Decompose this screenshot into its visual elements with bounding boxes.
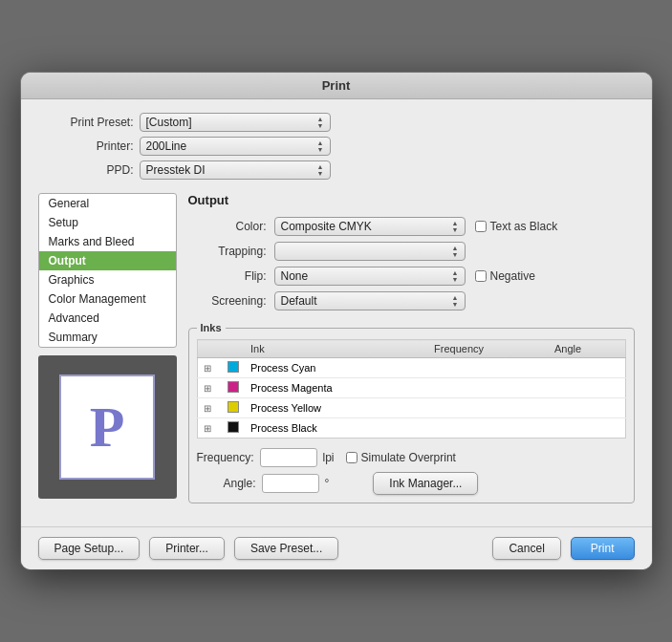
ink-row-icon-magenta: ⊞ [197, 378, 222, 398]
nav-graphics[interactable]: Graphics [39, 270, 176, 289]
screening-row: Screening: Default ▲▼ [188, 291, 635, 310]
simulate-overprint-checkbox[interactable] [346, 452, 358, 463]
negative-label[interactable]: Negative [475, 269, 535, 283]
text-as-black-text: Text as Black [490, 220, 558, 233]
ink-angle-yellow [549, 398, 625, 418]
ppd-row: PPD: Presstek DI ▲▼ [134, 160, 635, 180]
screening-label: Screening: [188, 294, 274, 308]
angle-unit: ° [325, 477, 330, 490]
frequency-label: Frequency: [197, 451, 254, 464]
text-as-black-checkbox[interactable] [475, 221, 487, 232]
nav-setup[interactable]: Setup [39, 213, 176, 232]
color-arrows: ▲▼ [452, 220, 459, 233]
ink-settings-icon-cyan: ⊞ [204, 363, 211, 374]
left-panel: General Setup Marks and Bleed Output Gra… [38, 193, 177, 513]
nav-output[interactable]: Output [39, 251, 176, 270]
frequency-unit: lpi [323, 451, 335, 464]
simulate-overprint-label[interactable]: Simulate Overprint [346, 451, 456, 464]
printer-select[interactable]: 200Line ▲▼ [140, 137, 331, 156]
screening-arrows: ▲▼ [452, 294, 459, 308]
col-angle: Angle [549, 340, 625, 358]
ppd-arrows: ▲▼ [317, 163, 324, 177]
ink-swatch-yellow [222, 398, 245, 418]
ppd-select[interactable]: Presstek DI ▲▼ [140, 160, 331, 180]
ink-freq-cyan [428, 358, 549, 378]
nav-marks-bleed[interactable]: Marks and Bleed [39, 232, 176, 251]
ink-row-magenta: ⊞ Process Magenta [197, 378, 625, 398]
top-fields: Print Preset: [Custom] ▲▼ Printer: 200Li… [38, 113, 635, 180]
ink-settings-icon-magenta: ⊞ [204, 383, 211, 394]
ink-name-cyan: Process Cyan [245, 358, 428, 378]
titlebar: Print [21, 73, 652, 99]
print-preset-label: Print Preset: [38, 116, 134, 129]
col-ink: Ink [245, 340, 428, 358]
ink-row-black: ⊞ Process Black [197, 418, 625, 439]
ink-freq-magenta [428, 378, 549, 398]
negative-text: Negative [490, 269, 535, 283]
nav-advanced[interactable]: Advanced [39, 309, 176, 328]
nav-summary[interactable]: Summary [39, 328, 176, 347]
nav-list: General Setup Marks and Bleed Output Gra… [38, 193, 177, 348]
ink-manager-button[interactable]: Ink Manager... [373, 472, 478, 495]
swatch-yellow [228, 401, 239, 413]
screening-select[interactable]: Default ▲▼ [274, 291, 466, 310]
trapping-select[interactable]: ▲▼ [274, 242, 466, 261]
ink-settings-icon-black: ⊞ [204, 423, 211, 434]
print-preset-arrows: ▲▼ [317, 116, 324, 129]
frequency-input[interactable] [260, 448, 317, 467]
ink-row-icon-yellow: ⊞ [197, 398, 222, 418]
print-button[interactable]: Print [571, 537, 635, 560]
ink-swatch-black [222, 418, 245, 439]
output-section-title: Output [188, 193, 635, 207]
inks-fieldset: Inks Ink Frequency Angle [188, 322, 635, 503]
screening-value: Default [281, 294, 317, 308]
ink-freq-black [428, 418, 549, 439]
flip-value: None [281, 269, 309, 283]
ink-freq-yellow [428, 398, 549, 418]
ink-swatch-cyan [222, 358, 245, 378]
col-swatch [222, 340, 245, 358]
trapping-row: Trapping: ▲▼ [188, 242, 635, 261]
text-as-black-label[interactable]: Text as Black [475, 220, 558, 233]
ink-table-header: Ink Frequency Angle [197, 340, 625, 358]
swatch-cyan [228, 361, 239, 373]
ink-row-cyan: ⊞ Process Cyan [197, 358, 625, 378]
page-setup-button[interactable]: Page Setup... [38, 537, 141, 560]
ppd-label: PPD: [38, 163, 134, 177]
ink-table: Ink Frequency Angle ⊞ Process Cyan [197, 339, 626, 439]
col-icon [197, 340, 222, 358]
printer-value: 200Line [146, 139, 187, 153]
inks-legend: Inks [197, 322, 226, 333]
save-preset-button[interactable]: Save Preset... [234, 537, 338, 560]
color-select[interactable]: Composite CMYK ▲▼ [274, 217, 466, 236]
ink-angle-black [549, 418, 625, 439]
angle-input[interactable] [262, 474, 319, 493]
color-value: Composite CMYK [281, 220, 372, 233]
trapping-arrows: ▲▼ [452, 245, 459, 258]
right-panel: Output Color: Composite CMYK ▲▼ [188, 193, 635, 513]
ppd-value: Presstek DI [146, 163, 206, 177]
swatch-magenta [228, 381, 239, 393]
negative-checkbox[interactable] [475, 270, 487, 282]
output-form-rows: Color: Composite CMYK ▲▼ Text as Black [188, 217, 635, 310]
nav-color-management[interactable]: Color Management [39, 289, 176, 309]
printer-button[interactable]: Printer... [149, 537, 225, 560]
cancel-button[interactable]: Cancel [492, 537, 560, 560]
print-preset-select[interactable]: [Custom] ▲▼ [140, 113, 331, 132]
flip-select[interactable]: None ▲▼ [274, 267, 466, 286]
print-preset-row: Print Preset: [Custom] ▲▼ [134, 113, 635, 132]
printer-row: Printer: 200Line ▲▼ [134, 137, 635, 156]
main-area: General Setup Marks and Bleed Output Gra… [38, 193, 635, 513]
ink-name-black: Process Black [245, 418, 428, 439]
ink-name-yellow: Process Yellow [245, 398, 428, 418]
ink-row-icon-black: ⊞ [197, 418, 222, 439]
preview-inner: P [59, 374, 155, 480]
printer-label: Printer: [38, 139, 134, 153]
dialog-content: Print Preset: [Custom] ▲▼ Printer: 200Li… [21, 99, 652, 526]
ink-swatch-magenta [222, 378, 245, 398]
angle-row: Angle: ° Ink Manager... [197, 472, 626, 495]
swatch-black [228, 421, 239, 433]
dialog-title: Print [322, 78, 351, 93]
nav-general[interactable]: General [39, 194, 176, 213]
ink-name-magenta: Process Magenta [245, 378, 428, 398]
